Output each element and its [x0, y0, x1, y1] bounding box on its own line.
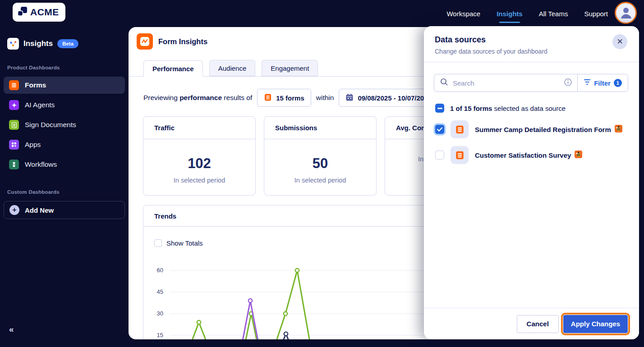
- nav-all-teams[interactable]: All Teams: [539, 10, 568, 18]
- filter-button[interactable]: Filter 1: [577, 74, 628, 91]
- top-bar: ACME Workspace Insights All Teams Suppor…: [0, 0, 644, 27]
- sidebar-item-label: Apps: [25, 141, 41, 149]
- sidebar-item-apps[interactable]: Apps: [4, 136, 125, 153]
- add-new-button[interactable]: + Add New: [4, 201, 125, 219]
- sidebar-item-workflows[interactable]: Workflows: [4, 156, 125, 173]
- sidebar: Insights Beta Product Dashboards Forms A…: [0, 27, 129, 347]
- collapse-sidebar-button[interactable]: «: [9, 324, 14, 334]
- preview-text: Previewing performance results of: [143, 94, 252, 102]
- form-doc-icon: [264, 93, 272, 103]
- bee-emoji-badge: [615, 125, 622, 134]
- panel-footer: Cancel Apply Changes: [424, 308, 639, 339]
- date-range-button[interactable]: 09/08/2025 - 10/07/2025: [339, 89, 438, 107]
- show-totals-checkbox[interactable]: Show Totals: [154, 239, 203, 247]
- apps-icon: [9, 140, 19, 150]
- sidebar-item-ai-agents[interactable]: AI Agents: [4, 96, 125, 114]
- filter-count-badge: 1: [614, 79, 622, 87]
- y-axis-tick: 30: [149, 310, 163, 317]
- sidebar-item-forms[interactable]: Forms: [4, 77, 125, 94]
- checkbox-unchecked[interactable]: [435, 151, 444, 160]
- stat-card-traffic: Traffic 102 In selected period: [143, 116, 256, 196]
- submissions-value: 50: [264, 155, 376, 172]
- ai-agents-icon: [9, 100, 19, 110]
- stat-card-submissions: Submissions 50 In selected period: [264, 116, 377, 196]
- selection-summary: 1 of 15 forms selected as data source: [435, 104, 639, 113]
- y-axis-tick: 15: [149, 332, 163, 338]
- calendar-icon: [345, 93, 354, 103]
- checkbox-unchecked[interactable]: [154, 239, 162, 247]
- user-icon: [619, 5, 633, 21]
- acme-logo[interactable]: ACME: [13, 3, 65, 22]
- sidebar-menu: Forms AI Agents Sign Documents Apps Work…: [0, 77, 129, 173]
- avatar[interactable]: [615, 2, 637, 24]
- tab-performance[interactable]: Performance: [143, 60, 203, 77]
- acme-logo-icon: [17, 6, 28, 18]
- form-doc-icon: [451, 146, 469, 164]
- tab-audience[interactable]: Audience: [209, 60, 256, 76]
- bee-emoji-badge: [575, 151, 582, 160]
- apply-changes-button[interactable]: Apply Changes: [563, 315, 628, 333]
- workflows-icon: [9, 160, 19, 169]
- forms-select-button[interactable]: 15 forms: [257, 89, 311, 107]
- y-axis-tick: 60: [149, 267, 163, 274]
- beta-badge: Beta: [57, 39, 78, 48]
- sidebar-app-title: Insights: [23, 39, 53, 48]
- data-sources-panel: Data sources Change data sources of your…: [424, 26, 639, 339]
- sign-documents-icon: [9, 120, 19, 130]
- close-icon[interactable]: ✕: [612, 34, 627, 49]
- forms-icon: [9, 80, 19, 90]
- selection-text: 1 of 15 forms selected as data source: [450, 105, 566, 112]
- form-doc-icon: [451, 120, 469, 138]
- search-segment: [434, 74, 577, 91]
- select-all-checkbox[interactable]: [435, 104, 444, 113]
- data-source-row[interactable]: Summer Camp Detailed Registration Form: [435, 120, 639, 138]
- data-source-row[interactable]: Customer Satisfaction Survey: [435, 146, 639, 164]
- search-input[interactable]: [453, 79, 560, 87]
- panel-header: Data sources Change data sources of your…: [424, 26, 639, 62]
- within-label: within: [316, 94, 334, 102]
- cancel-button[interactable]: Cancel: [517, 315, 559, 333]
- tab-engagement[interactable]: Engagement: [262, 60, 318, 76]
- sidebar-app-row: Insights Beta: [0, 27, 129, 50]
- data-source-name: Customer Satisfaction Survey: [475, 151, 582, 160]
- nav-support[interactable]: Support: [584, 10, 608, 18]
- sidebar-item-sign-documents[interactable]: Sign Documents: [4, 116, 125, 133]
- y-axis-tick: 45: [149, 288, 163, 295]
- traffic-value: 102: [143, 155, 255, 172]
- plus-icon: +: [9, 205, 19, 215]
- data-source-name: Summer Camp Detailed Registration Form: [475, 125, 622, 134]
- top-nav: Workspace Insights All Teams Support: [446, 0, 608, 27]
- sidebar-item-label: Workflows: [25, 160, 57, 169]
- insights-app-icon: [7, 38, 19, 50]
- nav-workspace[interactable]: Workspace: [446, 10, 480, 18]
- search-filter-group: Filter 1: [434, 74, 628, 92]
- nav-insights[interactable]: Insights: [497, 10, 523, 18]
- form-insights-icon: [137, 33, 153, 50]
- panel-subtitle: Change data sources of your dashboard: [435, 48, 628, 55]
- sidebar-item-label: Sign Documents: [25, 121, 76, 129]
- filter-icon: [584, 79, 591, 87]
- search-icon: [440, 78, 448, 88]
- logo-text: ACME: [30, 7, 59, 18]
- panel-title: Data sources: [435, 35, 628, 45]
- section-custom-dashboards: Custom Dashboards: [0, 189, 129, 195]
- checkbox-checked[interactable]: [435, 125, 444, 134]
- page-title: Form Insights: [158, 37, 207, 46]
- info-icon[interactable]: [564, 78, 572, 88]
- sidebar-item-label: AI Agents: [25, 101, 55, 109]
- section-product-dashboards: Product Dashboards: [0, 65, 129, 70]
- sidebar-item-label: Forms: [25, 81, 46, 89]
